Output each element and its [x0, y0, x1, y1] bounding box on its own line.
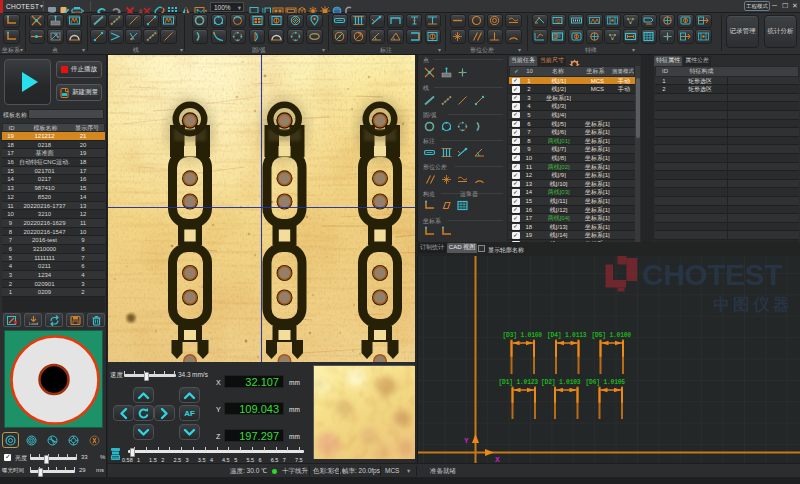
- svg-text:Y: Y: [464, 437, 469, 444]
- svg-text:(0): (0): [555, 18, 562, 24]
- svg-text:X: X: [495, 456, 500, 463]
- svg-text:[D3] 1.0160: [D3] 1.0160: [503, 332, 543, 339]
- svg-text:[D6] 1.0105: [D6] 1.0105: [586, 379, 626, 386]
- svg-text:Load: Load: [29, 321, 38, 326]
- svg-text:[D1] 1.0123: [D1] 1.0123: [499, 379, 539, 386]
- svg-text:[D5] 1.0100: [D5] 1.0100: [592, 332, 632, 339]
- svg-text:[D4] 1.0113: [D4] 1.0113: [547, 332, 587, 339]
- svg-text:[D2] 1.0103: [D2] 1.0103: [541, 379, 581, 386]
- svg-text:中图仪器: 中图仪器: [713, 295, 793, 313]
- svg-text:CHOTEST: CHOTEST: [642, 258, 782, 291]
